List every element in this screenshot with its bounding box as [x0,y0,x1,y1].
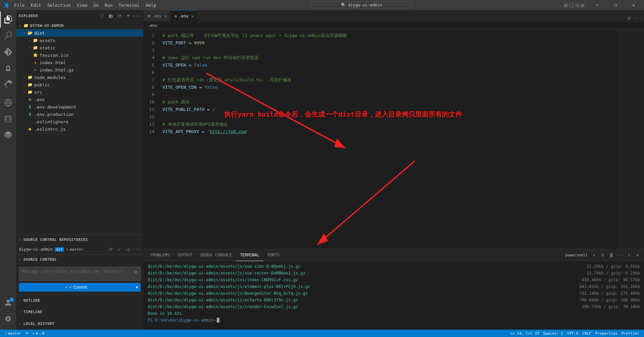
terminal-more-button[interactable]: ··· [616,251,624,259]
more-editor-button[interactable]: ··· [634,14,641,22]
activity-account[interactable]: 1 [0,295,16,311]
terminal-shell-dropdown-button[interactable]: ▾ [590,251,598,259]
status-sync[interactable]: ⟳ [23,331,31,336]
repo-check-button[interactable]: ✓ [116,246,123,253]
customize-layout-icon[interactable]: ⊞ [581,2,584,9]
tree-item-src[interactable]: › 📁 src [16,88,143,96]
tab-env-1[interactable]: ⚙ .env ✕ [144,10,170,22]
repo-refresh-button[interactable]: ⟳ [107,246,114,253]
terminal-close-button[interactable]: ✕ [634,251,641,259]
minimize-button[interactable]: ─ [590,0,605,10]
timeline-header[interactable]: › TIMELINE [16,306,143,318]
close-button[interactable]: ✕ [626,0,641,10]
activity-search[interactable] [0,28,16,44]
source-control-section: ▾ SOURCE CONTROL ⚙ ✓ ✓ Commit ▾ [16,254,143,294]
remote-explorer-icon[interactable]: ⊞ [564,2,567,9]
activity-database[interactable] [0,111,16,127]
commit-settings-button[interactable]: ⚙ [132,268,139,276]
activity-settings[interactable] [0,311,16,327]
tree-item-envprod[interactable]: › $ .env.production [16,111,143,118]
nodemodules-name: node_modules [34,75,143,80]
more-actions-button[interactable]: ··· [133,12,141,20]
refresh-button[interactable] [116,12,123,20]
tab-env-2[interactable]: ⚙ .env ✕ [170,10,197,22]
title-bar-search[interactable]: diygw-ui-admin [348,3,382,7]
activity-git[interactable] [0,44,16,60]
terminal-tab-terminal[interactable]: TERMINAL [236,249,263,261]
menu-run[interactable]: Run [102,2,115,8]
tree-item-env[interactable]: › ⚙ .env [16,96,143,103]
tree-item-indexhtmlgz[interactable]: › ≡ index.html.gz [16,66,143,74]
tree-item-indexhtml[interactable]: › ◈ index.html [16,59,143,66]
menu-view[interactable]: View [74,2,90,8]
tree-root-folder[interactable]: ▾ 📁 DIYGW-UI-ADMIN [16,22,143,29]
new-folder-button[interactable] [107,12,114,20]
terminal-shell-label: powershell [565,253,588,257]
code-line-13: # 本地开发测试环境API请求地址 [162,121,617,128]
terminal-maximize-button[interactable]: ⬆ [625,251,633,259]
tree-item-eslintrc[interactable]: › ● .eslintrc.js [16,125,143,133]
dist-arrow: ▾ [21,30,27,36]
tree-item-assets[interactable]: › 📁 assets [16,37,143,44]
terminal-trash-button[interactable]: 🗑 [608,251,615,259]
menu-terminal[interactable]: Terminal [116,2,143,8]
status-eol[interactable]: CRLF [580,331,593,336]
tab-env2-label: .env [179,14,189,18]
activity-extensions[interactable] [0,76,16,92]
activity-remote[interactable] [0,95,16,111]
commit-button[interactable]: ✓ ✓ Commit [19,283,133,292]
terminal-tab-output[interactable]: OUTPUT [174,249,196,261]
split-editor-right-button[interactable]: ⊟ [625,14,633,22]
activity-run[interactable] [0,60,16,76]
split-editor-icon[interactable]: ⊟ [576,2,579,9]
outline-header[interactable]: › OUTLINE [16,294,143,306]
menu-selection[interactable]: Selection [45,2,73,8]
tree-item-eslintignore[interactable]: › · .eslintignore [16,118,143,125]
source-control-header[interactable]: ▾ SOURCE CONTROL [16,255,143,264]
repo-item[interactable]: diygw-ui-admin Git ⑂ master ⟳ ✓ ↺ ··· [16,244,143,254]
status-encoding[interactable]: UTF-8 [565,331,580,336]
tree-item-public[interactable]: › 📁 public [16,81,143,88]
terminal-tab-debug-console[interactable]: DEBUG CONSOLE [196,249,236,261]
terminal-split-button[interactable]: ⊟ [599,251,606,259]
status-language[interactable]: Properties [593,331,620,336]
source-control-repos-header[interactable]: ▾ SOURCE CONTROL REPOSITORIES [16,235,143,244]
activity-explorer[interactable] [0,11,16,28]
status-formatter[interactable]: Prettier [620,331,641,336]
layout-icon[interactable]: ⎔ [569,2,574,9]
repo-sync-button[interactable]: ↺ [125,246,132,253]
terminal-line-3: dist/D:/ke/doc/diygw-ui-admin/assets/css… [148,277,640,283]
menu-edit[interactable]: Edit [28,2,44,8]
terminal-tab-ports[interactable]: PORTS [263,249,284,261]
src-name: src [34,90,143,95]
menu-go[interactable]: Go [91,2,101,8]
terminal-content[interactable]: dist/D:/ke/doc/diygw-ui-admin/assets/js/… [144,261,644,330]
terminal-tab-problems[interactable]: PROBLEMS [146,249,174,261]
activity-layers[interactable] [0,127,16,143]
maximize-button[interactable]: ❐ [608,0,623,10]
local-history-header[interactable]: › LOCAL HISTORY [16,318,143,330]
breadcrumb: .env [144,22,644,29]
collapse-all-button[interactable] [125,12,132,20]
status-position[interactable]: Ln 14, Col 33 [508,331,541,336]
status-spaces[interactable]: Spaces: 2 [541,331,565,336]
commit-dropdown-button[interactable]: ▾ [133,283,141,292]
menu-file[interactable]: File [11,2,27,8]
tree-item-favicon[interactable]: › ⭐ favicon.ico [16,51,143,59]
repo-more-button[interactable]: ··· [133,246,141,253]
new-file-button[interactable] [98,12,106,20]
status-errors[interactable]: ✕ 0 ⚠ 0 [31,331,47,336]
tree-item-nodemodules[interactable]: › 📁 node_modules [16,74,143,81]
tree-item-dist[interactable]: ▾ 📂 dist [16,29,143,37]
commit-message-input[interactable] [19,267,141,281]
explorer-header[interactable]: EXPLORER ··· [16,10,143,22]
tab-env1-close[interactable]: ✕ [163,13,169,19]
status-branch[interactable]: ⑂ master [3,331,23,336]
code-area[interactable]: # port 端口号 DIYGW可视化平台 [2 years ago] • di… [157,29,617,249]
tree-item-envdev[interactable]: › $ .env.development [16,103,143,111]
tab-env2-close[interactable]: ✕ [190,13,196,19]
favicon-icon: ⭐ [32,52,38,58]
status-formatter-text: Prettier [622,331,639,336]
tree-item-static[interactable]: › 📁 static [16,44,143,51]
menu-help[interactable]: Help [143,2,159,8]
